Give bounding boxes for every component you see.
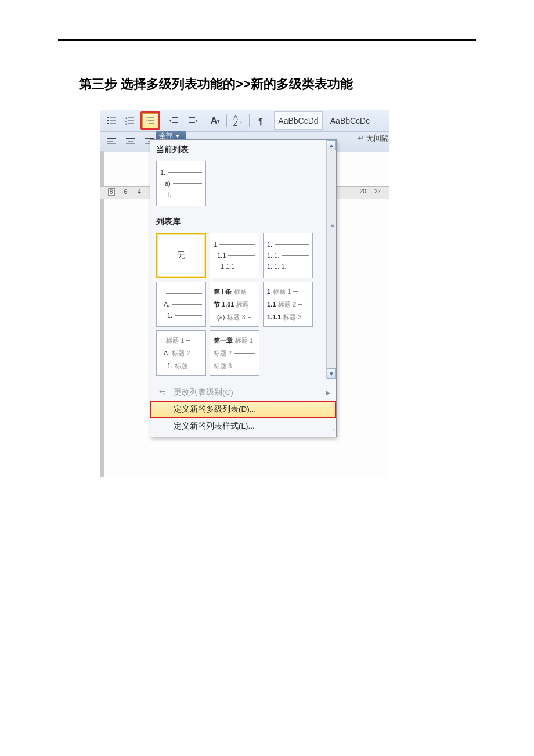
- svg-rect-18: [172, 117, 178, 118]
- svg-text:i: i: [147, 122, 147, 125]
- blank-icon: [156, 405, 168, 414]
- svg-rect-22: [189, 117, 195, 118]
- svg-text:3: 3: [125, 122, 127, 125]
- ruler-mark: 6: [123, 189, 129, 195]
- style-normal[interactable]: AaBbCcDd: [274, 111, 323, 130]
- svg-marker-21: [169, 119, 171, 123]
- svg-rect-26: [107, 138, 116, 139]
- menu-define-new-multilevel[interactable]: 定义新的多级列表(D)...: [150, 401, 336, 418]
- svg-rect-30: [128, 141, 134, 142]
- svg-rect-5: [110, 124, 116, 124]
- svg-rect-13: [147, 117, 154, 118]
- separator-icon: [249, 114, 250, 127]
- style-no-spacing[interactable]: ↵ 无间隔: [358, 133, 389, 143]
- svg-rect-3: [110, 121, 116, 121]
- numbering-button[interactable]: 1 2 3: [122, 113, 139, 129]
- scroll-down-button[interactable]: ▼: [327, 368, 336, 379]
- current-list-thumb[interactable]: 1. a) i.: [156, 161, 206, 206]
- ruler-mark: 8: [108, 188, 115, 196]
- sort-button[interactable]: AZ↓: [229, 113, 247, 129]
- resize-grip-icon[interactable]: ⋰: [328, 429, 335, 436]
- page-shadow: [100, 151, 104, 477]
- step-title: 第三步 选择多级列表功能的>>新的多级类表功能: [79, 75, 476, 93]
- align-center-button[interactable]: [122, 134, 139, 150]
- svg-rect-29: [126, 138, 135, 139]
- multilevel-dropdown: ▲ ≡ ▼ 当前列表 1. a) i. 列表库 无 1 1.1: [150, 139, 337, 437]
- list-thumb-1heading[interactable]: 1标题 1 1.1标题 2 1.1.1标题 3: [263, 282, 313, 327]
- show-marks-button[interactable]: ¶: [252, 113, 269, 129]
- separator-icon: [226, 114, 227, 127]
- svg-rect-4: [107, 123, 109, 124]
- svg-rect-0: [107, 117, 109, 118]
- scroll-up-button[interactable]: ▲: [327, 140, 336, 150]
- svg-rect-19: [172, 120, 178, 120]
- svg-rect-23: [189, 120, 195, 120]
- separator-icon: [204, 114, 204, 127]
- menu-label: 定义新的多级列表(D)...: [174, 404, 256, 415]
- scrollbar[interactable]: ▲ ≡ ▼: [326, 140, 336, 379]
- section-current-list: 当前列表: [150, 140, 336, 159]
- svg-rect-15: [148, 120, 154, 121]
- svg-rect-20: [172, 122, 178, 123]
- list-thumb-chapter[interactable]: 第一章标题 1 标题 2 标题 3: [210, 330, 259, 376]
- section-list-library: 列表库: [150, 212, 336, 231]
- ruler-mark: 4: [136, 189, 142, 195]
- list-thumb-none[interactable]: 无: [156, 233, 206, 278]
- svg-rect-24: [189, 122, 195, 123]
- ruler-mark: 22: [374, 188, 381, 195]
- separator-icon: [163, 114, 163, 127]
- list-level-icon: ⇆: [156, 388, 168, 397]
- svg-rect-28: [107, 143, 116, 144]
- menu-label: 更改列表级别(C): [174, 387, 233, 398]
- dropdown-menu: ⇆ 更改列表级别(C) ▶ 定义新的多级列表(D)... 定义新的列表样式(L)…: [150, 384, 336, 434]
- svg-rect-7: [128, 118, 134, 118]
- svg-rect-17: [149, 123, 154, 124]
- list-thumb-Iheading[interactable]: I.标题 1 A.标题 2 1.标题: [156, 330, 206, 376]
- list-thumb-1-11-111[interactable]: 1 1.1 1.1.1: [210, 233, 259, 278]
- blank-icon: [156, 422, 168, 431]
- ribbon-row-1: 1 2 3 1 a i: [100, 110, 389, 132]
- svg-rect-11: [128, 124, 134, 124]
- svg-rect-1: [110, 118, 116, 118]
- page-top-rule: [58, 39, 476, 41]
- list-thumb-I-A-1[interactable]: I. A. 1.: [156, 282, 206, 327]
- svg-marker-25: [196, 119, 197, 123]
- bullets-button[interactable]: [103, 113, 121, 129]
- menu-label: 定义新的列表样式(L)...: [174, 421, 255, 431]
- style-heading[interactable]: AaBbCcDc: [327, 112, 373, 129]
- screenshot-panel: 1 2 3 1 a i: [100, 110, 389, 477]
- svg-rect-27: [107, 141, 113, 142]
- svg-rect-2: [107, 120, 109, 121]
- svg-rect-9: [128, 121, 134, 121]
- chevron-down-icon: [175, 135, 180, 138]
- list-thumb-article[interactable]: 第 I 条标题 节 1.01标题 (a)标题 3: [210, 282, 259, 327]
- font-fill-button[interactable]: A▾: [207, 113, 224, 129]
- list-thumb-1.-1.1.[interactable]: 1. 1. 1. 1. 1. 1.: [263, 233, 313, 278]
- align-left-button[interactable]: [103, 134, 121, 150]
- increase-indent-button[interactable]: [184, 113, 201, 129]
- ruler-mark: 20: [360, 188, 366, 195]
- svg-rect-31: [126, 143, 135, 144]
- scroll-grip-icon: ≡: [330, 221, 334, 229]
- multilevel-list-button[interactable]: 1 a i: [140, 111, 160, 130]
- submenu-arrow-icon: ▶: [326, 389, 330, 397]
- menu-change-list-level: ⇆ 更改列表级别(C) ▶: [150, 384, 336, 401]
- menu-define-new-list-style[interactable]: 定义新的列表样式(L)...: [150, 418, 336, 434]
- decrease-indent-button[interactable]: [165, 113, 183, 129]
